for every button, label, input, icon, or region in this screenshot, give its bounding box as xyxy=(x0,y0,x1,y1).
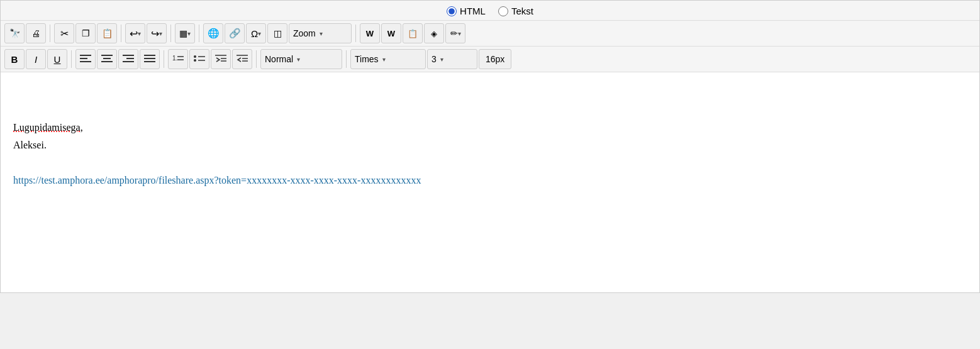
paste-word-clean-button[interactable]: W xyxy=(381,23,401,43)
preview-icon: ◫ xyxy=(274,28,282,38)
format-select[interactable]: Normal ▾ xyxy=(260,49,342,69)
align-right-button[interactable] xyxy=(118,49,138,69)
undo-icon: ↩ xyxy=(130,28,138,40)
svg-point-15 xyxy=(194,55,196,58)
edit-icon: ✏ xyxy=(450,28,458,38)
greeting-line-1: Lugupidamisega, xyxy=(13,120,967,135)
copy-icon: ❐ xyxy=(82,28,90,38)
paste-word-icon: W xyxy=(366,29,374,38)
underline-button[interactable]: U xyxy=(47,49,67,69)
zoom-label: Zoom xyxy=(293,28,316,38)
italic-button[interactable]: I xyxy=(26,49,46,69)
editor-container: HTML Tekst 🔭 🖨 ✂ ❐ 📋 ↩ ▾ ↪ xyxy=(0,0,980,293)
fontpx-label: 16px xyxy=(479,49,511,69)
indent-button[interactable] xyxy=(211,49,231,69)
format-label: Normal xyxy=(265,54,293,64)
source-icon: ◈ xyxy=(431,29,437,38)
undo-button[interactable]: ↩ ▾ xyxy=(125,23,145,43)
format-arrow: ▾ xyxy=(297,56,300,63)
separator-8 xyxy=(256,50,257,68)
lugupidamisega-text: Lugupidamisega, xyxy=(13,122,83,133)
bold-button[interactable]: B xyxy=(4,49,25,69)
paste-word-button[interactable]: W xyxy=(360,23,380,43)
redo-arrow: ▾ xyxy=(159,30,162,37)
paste-text-icon: 📋 xyxy=(408,29,418,38)
aleksei-text: Aleksei. xyxy=(13,140,47,150)
align-center-icon xyxy=(101,54,113,65)
fontsize-arrow: ▾ xyxy=(440,56,443,63)
separator-5 xyxy=(355,25,356,42)
svg-point-16 xyxy=(194,59,196,62)
unordered-list-icon xyxy=(194,54,205,65)
table-arrow: ▾ xyxy=(187,30,191,37)
link-icon: 🌐 xyxy=(208,28,220,39)
edit-button[interactable]: ✏ ▾ xyxy=(445,23,465,43)
radio-html-input[interactable] xyxy=(447,6,457,16)
outdent-button[interactable] xyxy=(232,49,252,69)
source-button[interactable]: ◈ xyxy=(424,23,444,43)
italic-label: I xyxy=(35,54,37,65)
binoculars-button[interactable]: 🔭 xyxy=(4,23,25,43)
bold-label: B xyxy=(11,54,18,65)
font-select[interactable]: Times ▾ xyxy=(350,49,426,69)
zoom-arrow: ▾ xyxy=(320,30,323,37)
align-center-button[interactable] xyxy=(97,49,117,69)
cut-button[interactable]: ✂ xyxy=(54,23,74,43)
omega-arrow: ▾ xyxy=(258,30,261,37)
table-button[interactable]: ▦ ▾ xyxy=(175,23,195,43)
separator-4 xyxy=(199,25,199,42)
empty-line-1 xyxy=(13,85,967,100)
paste-button[interactable]: 📋 xyxy=(97,23,117,43)
copy-button[interactable]: ❐ xyxy=(75,23,96,43)
underline-label: U xyxy=(54,54,61,65)
toolbar-row-1: 🔭 🖨 ✂ ❐ 📋 ↩ ▾ ↪ ▾ ▦ ▾ � xyxy=(1,21,979,47)
preview-button[interactable]: ◫ xyxy=(267,23,287,43)
align-left-icon xyxy=(80,54,91,65)
paste-text-button[interactable]: 📋 xyxy=(403,23,423,43)
radio-tekst-label: Tekst xyxy=(511,6,533,16)
align-justify-button[interactable] xyxy=(140,49,160,69)
ordered-list-button[interactable]: 1. xyxy=(168,49,188,69)
unordered-list-button[interactable] xyxy=(189,49,209,69)
empty-line-2 xyxy=(13,102,967,118)
font-arrow: ▾ xyxy=(382,56,386,63)
paste-icon: 📋 xyxy=(102,28,113,38)
toolbar-row-2: B I U xyxy=(1,47,979,72)
binoculars-icon: 🔭 xyxy=(9,28,20,38)
link-paragraph: https://test.amphora.ee/amphorapro/files… xyxy=(13,173,967,188)
outdent-icon xyxy=(237,54,248,65)
separator-3 xyxy=(170,25,171,42)
content-area[interactable]: Lugupidamisega, Aleksei. https://test.am… xyxy=(1,72,979,292)
fontsize-label: 3 xyxy=(432,54,437,64)
edit-arrow: ▾ xyxy=(458,30,461,37)
table-icon: ▦ xyxy=(179,28,187,38)
special-chars-button[interactable]: Ω ▾ xyxy=(246,23,266,43)
separator-7 xyxy=(164,50,164,68)
link-button[interactable]: 🌐 xyxy=(203,23,223,43)
share-link[interactable]: https://test.amphora.ee/amphorapro/files… xyxy=(13,175,421,186)
redo-button[interactable]: ↪ ▾ xyxy=(147,23,167,43)
radio-tekst[interactable]: Tekst xyxy=(498,6,533,16)
unlink-button[interactable]: 🔗 xyxy=(225,23,245,43)
greeting-line-2: Aleksei. xyxy=(13,138,967,153)
font-label: Times xyxy=(355,54,379,64)
paste-word-clean-icon: W xyxy=(387,29,395,38)
ordered-list-icon: 1. xyxy=(172,54,184,65)
separator-2 xyxy=(121,25,121,42)
empty-line-3 xyxy=(13,155,967,170)
align-left-button[interactable] xyxy=(75,49,96,69)
separator-1 xyxy=(50,25,50,42)
print-button[interactable]: 🖨 xyxy=(26,23,46,43)
redo-icon: ↪ xyxy=(151,28,159,40)
print-icon: 🖨 xyxy=(31,28,40,38)
svg-text:1.: 1. xyxy=(172,55,177,62)
zoom-select[interactable]: Zoom ▾ xyxy=(289,23,352,43)
radio-html[interactable]: HTML xyxy=(447,6,486,16)
cut-icon: ✂ xyxy=(60,28,69,40)
radio-tekst-input[interactable] xyxy=(498,6,508,16)
separator-6 xyxy=(71,50,72,68)
fontsize-select[interactable]: 3 ▾ xyxy=(427,49,477,69)
omega-icon: Ω xyxy=(251,28,258,39)
unlink-icon: 🔗 xyxy=(229,28,241,39)
indent-icon xyxy=(215,54,226,65)
